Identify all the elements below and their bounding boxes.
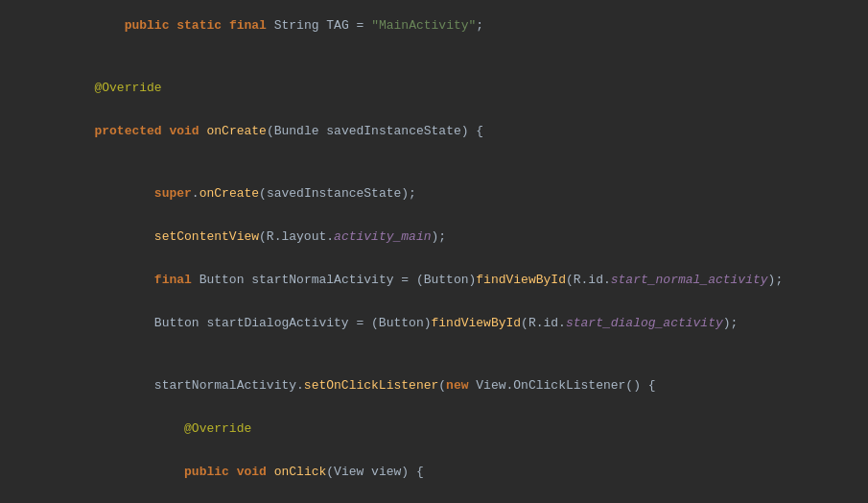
code-editor: public static final String TAG = "MainAc…	[0, 0, 868, 503]
line-code-8: final Button startNormalActivity = (Butt…	[27, 258, 868, 301]
line-code-9: Button startDialogActivity = (Button)fin…	[27, 301, 868, 345]
kw-protected: protected	[94, 124, 161, 138]
method-oncreate: onCreate	[206, 124, 266, 138]
line-code-6: super.onCreate(savedInstanceState);	[27, 172, 868, 215]
kw-final: final	[229, 18, 267, 33]
kw-public: public	[125, 18, 170, 33]
field-activity-main: activity_main	[334, 229, 431, 244]
annotation-override-1: @Override	[94, 81, 161, 95]
code-line-12: @Override	[0, 407, 868, 450]
method-findviewbyid-1: findViewById	[476, 273, 566, 287]
line-code-2	[27, 50, 868, 64]
kw-new-1: new	[446, 378, 468, 393]
code-line-2	[0, 47, 868, 66]
line-code-14: Intent intent = new Intent( packageConte…	[27, 493, 868, 503]
code-line-11: startNormalActivity.setOnClickListener(n…	[0, 364, 868, 407]
kw-void: void	[169, 124, 199, 138]
kw-final: final	[154, 273, 192, 287]
code-line-7: setContentView(R.layout.activity_main);	[0, 215, 868, 258]
line-code-4: protected void onCreate(Bundle savedInst…	[27, 109, 868, 153]
method-setonclick-1: setOnClickListener	[304, 378, 438, 393]
line-code-13: public void onClick(View view) {	[27, 450, 868, 493]
field-start-dialog: start_dialog_activity	[566, 316, 723, 330]
code-line-13: public void onClick(View view) {	[0, 450, 868, 493]
method-super-oncreate: onCreate	[199, 186, 259, 201]
field-start-normal: start_normal_activity	[611, 273, 768, 287]
string-tag: "MainActivity"	[371, 18, 476, 33]
line-code-12: @Override	[27, 407, 868, 450]
method-setcontentview: setContentView	[154, 229, 259, 244]
indent	[94, 18, 124, 33]
kw-static: static	[176, 18, 222, 33]
code-content: public static final String TAG = "MainAc…	[0, 0, 868, 503]
code-line-3: @Override	[0, 66, 868, 109]
kw-public-1: public	[184, 465, 229, 479]
line-code-10	[27, 347, 868, 362]
line-code-7: setContentView(R.layout.activity_main);	[27, 215, 868, 258]
code-line-9: Button startDialogActivity = (Button)fin…	[0, 301, 868, 345]
line-code-1: public static final String TAG = "MainAc…	[27, 4, 868, 47]
code-line-4: protected void onCreate(Bundle savedInst…	[0, 109, 868, 153]
method-onclick-1: onClick	[274, 465, 327, 479]
code-line-14: Intent intent = new Intent( packageConte…	[0, 493, 868, 503]
line-code-5	[27, 156, 868, 170]
code-line-1: public static final String TAG = "MainAc…	[0, 4, 868, 47]
code-line-6: super.onCreate(savedInstanceState);	[0, 172, 868, 215]
kw-void-1: void	[237, 465, 267, 479]
code-line-8: final Button startNormalActivity = (Butt…	[0, 258, 868, 301]
code-line-5	[0, 153, 868, 172]
line-code-11: startNormalActivity.setOnClickListener(n…	[27, 364, 868, 407]
kw-super: super	[154, 186, 192, 201]
method-findviewbyid-2: findViewById	[431, 316, 521, 330]
annotation-override-2: @Override	[184, 421, 251, 436]
code-line-10	[0, 345, 868, 364]
line-code-3: @Override	[27, 66, 868, 109]
